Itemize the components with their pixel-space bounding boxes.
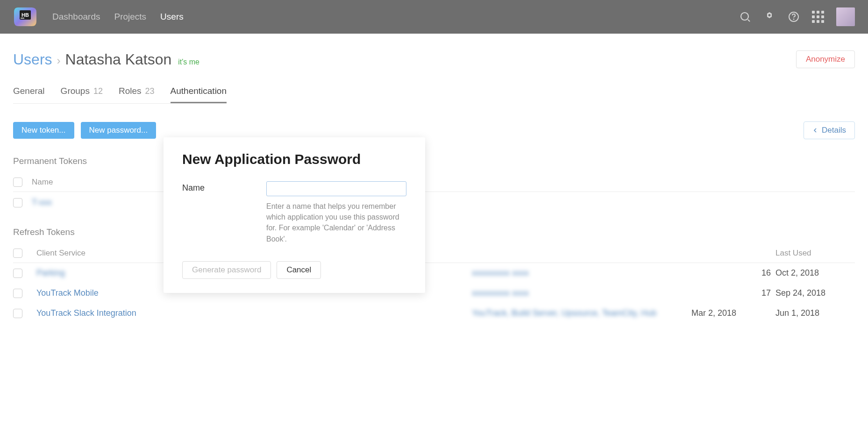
new-password-button[interactable]: New password... [81,122,157,139]
row-checkbox[interactable] [13,269,22,278]
svg-point-7 [794,19,794,20]
tab-label: Roles [119,86,142,96]
tab-general[interactable]: General [13,86,45,103]
col-last-used: Last Used [776,249,855,258]
svg-text:HB: HB [21,12,29,18]
cancel-button[interactable]: Cancel [277,261,321,279]
permanent-tokens-title: Permanent Tokens [13,156,855,166]
row-checkbox[interactable] [13,289,22,298]
created-date: 16 [691,268,771,278]
last-used-date: Sep 24, 2018 [776,288,855,298]
svg-line-4 [748,20,750,21]
search-icon[interactable] [739,11,751,23]
scope: YouTrack, Build Server, Upsource, TeamCi… [472,308,687,318]
details-button[interactable]: Details [804,121,855,139]
main-content: Users › Natasha Katson it's me Anonymize… [0,34,868,340]
row-checkbox[interactable] [13,309,22,318]
nav-projects[interactable]: Projects [114,12,146,22]
select-all-checkbox[interactable] [13,249,22,258]
toolbar-left: New token... New password... [13,122,156,139]
name-field-wrapper: Enter a name that helps you remember whi… [266,181,406,244]
anonymize-button[interactable]: Anonymize [796,50,855,68]
svg-rect-2 [21,18,24,19]
tab-authentication[interactable]: Authentication [171,86,227,103]
tab-count: 23 [145,86,155,96]
nav-users[interactable]: Users [160,12,184,22]
details-label: Details [822,126,846,135]
table-row: T-xxx [13,192,855,213]
help-icon[interactable] [788,11,800,23]
col-name: Name [32,178,53,187]
header-left: HB Dashboards Projects Users [13,6,184,28]
breadcrumb: Users › Natasha Katson it's me [13,51,199,68]
created-date: 17 [691,288,771,298]
user-avatar[interactable] [836,7,855,26]
tab-roles[interactable]: Roles 23 [119,86,155,103]
apps-icon[interactable] [812,11,824,23]
table-row: Parking xxxxxxxxx xxxx 16 Oct 2, 2018 [13,263,855,283]
new-token-button[interactable]: New token... [13,122,74,139]
page-title: Natasha Katson [65,51,172,68]
name-label: Name [182,181,248,244]
form-row-name: Name Enter a name that helps you remembe… [182,181,406,244]
tab-label: Authentication [171,86,227,96]
last-used-date: Oct 2, 2018 [776,268,855,278]
table-row: YouTrack Slack Integration YouTrack, Bui… [13,303,855,323]
its-me-tag: it's me [178,58,199,66]
client-name[interactable]: YouTrack Slack Integration [36,308,467,318]
refresh-tokens-title: Refresh Tokens [13,227,855,237]
tab-label: Groups [61,86,90,96]
app-logo[interactable]: HB [13,6,37,28]
select-all-checkbox[interactable] [13,178,22,187]
row-checkbox[interactable] [13,198,22,207]
permanent-tokens-header: Name [13,175,855,192]
name-input[interactable] [266,181,406,196]
main-nav: Dashboards Projects Users [52,12,184,22]
gear-icon[interactable] [763,11,776,23]
dialog-actions: Generate password Cancel [182,261,406,279]
svg-point-5 [768,14,771,16]
generate-password-button[interactable]: Generate password [182,261,271,279]
table-row: YouTrack Mobile xxxxxxxxx xxxx 17 Sep 24… [13,283,855,303]
svg-point-3 [741,13,748,20]
toolbar: New token... New password... Details [13,121,855,139]
chevron-left-icon [812,128,818,133]
scope: xxxxxxxxx xxxx [472,268,687,278]
nav-dashboards[interactable]: Dashboards [52,12,100,22]
tab-groups[interactable]: Groups 12 [61,86,103,103]
scope: xxxxxxxxx xxxx [472,288,687,298]
breadcrumb-row: Users › Natasha Katson it's me Anonymize [13,50,855,68]
token-name[interactable]: T-xxx [32,198,52,207]
dialog-title: New Application Password [182,151,406,167]
refresh-tokens-header: Client Service Last Used [13,246,855,263]
created-date: Mar 2, 2018 [691,308,771,318]
name-help-text: Enter a name that helps you remember whi… [266,201,406,244]
new-password-dialog: New Application Password Name Enter a na… [164,137,425,293]
last-used-date: Jun 1, 2018 [776,308,855,318]
tab-label: General [13,86,45,96]
breadcrumb-separator: › [57,54,61,67]
app-header: HB Dashboards Projects Users [0,0,868,34]
breadcrumb-users-link[interactable]: Users [13,51,52,68]
tab-count: 12 [93,86,103,96]
tabs: General Groups 12 Roles 23 Authenticatio… [13,86,227,104]
header-right [739,7,855,26]
